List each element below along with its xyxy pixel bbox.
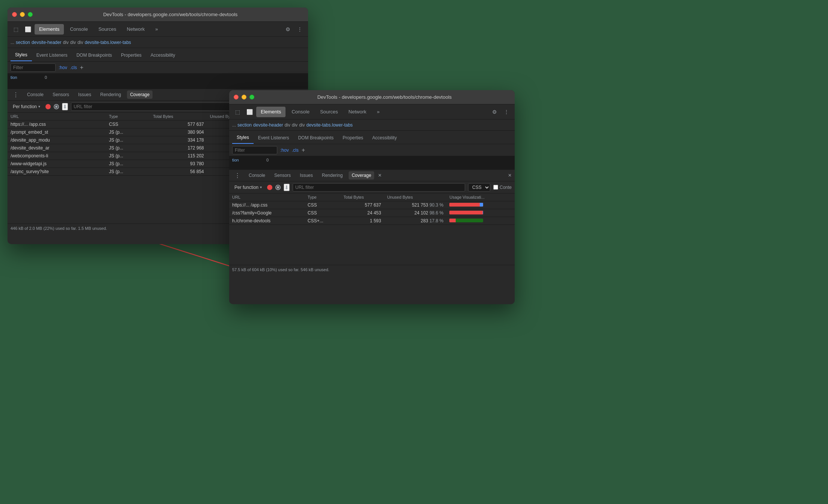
tab-accessibility-2[interactable]: Accessibility	[368, 132, 401, 144]
tab-event-listeners-2[interactable]: Event Listeners	[254, 132, 294, 144]
css-dropdown-2[interactable]: CSS JS All	[468, 183, 490, 192]
status-bar-2: 57.5 kB of 604 kB (10%) used so far. 546…	[229, 265, 515, 274]
bottom-tab-console-1[interactable]: Console	[24, 91, 47, 99]
breadcrumb-section-2[interactable]: section	[237, 122, 252, 128]
inspect-icon[interactable]: ⬚	[11, 24, 21, 35]
close-button-1[interactable]	[12, 12, 17, 17]
bottom-tab-issues-2[interactable]: Issues	[297, 171, 316, 180]
tab-network-2[interactable]: Network	[344, 107, 371, 117]
add-filter-1[interactable]: +	[80, 64, 83, 71]
device-icon-2[interactable]: ⬜	[244, 107, 255, 117]
breadcrumb-div1-1[interactable]: div	[63, 40, 68, 45]
more-icon[interactable]: ⋮	[295, 24, 305, 35]
titlebar-1: DevTools - developers.google.com/web/too…	[8, 8, 308, 22]
cell-url: /devsite_app_modu	[8, 136, 106, 144]
table-row[interactable]: /css?family=Google CSS 24 453 24 102 98.…	[229, 209, 515, 217]
tab-console-1[interactable]: Console	[65, 24, 92, 35]
device-icon[interactable]: ⬜	[23, 24, 33, 35]
tab-dom-breakpoints-1[interactable]: DOM Breakpoints	[72, 49, 116, 61]
status-text-2: 57.5 kB of 604 kB (10%) used so far. 546…	[232, 267, 329, 272]
breadcrumb-div1-2[interactable]: div	[284, 122, 290, 128]
tab-console-2[interactable]: Console	[287, 107, 314, 117]
download-button-1[interactable]: ⬇	[62, 103, 68, 110]
url-filter-input-2[interactable]	[293, 183, 465, 192]
minimize-button-1[interactable]	[20, 12, 25, 17]
breadcrumb-devsite-header-2[interactable]: devsite-header	[253, 122, 283, 128]
tab-styles-2[interactable]: Styles	[232, 132, 254, 144]
minimize-button-2[interactable]	[242, 95, 246, 100]
close-button-2[interactable]	[234, 95, 239, 100]
tab-properties-1[interactable]: Properties	[116, 49, 146, 61]
filter-input-1[interactable]	[11, 63, 56, 72]
devtools-toolbar-1: ⬚ ⬜ Elements Console Sources Network » ⚙…	[8, 22, 308, 37]
bottom-tab-rendering-2[interactable]: Rendering	[319, 171, 346, 180]
breadcrumb-div3-1[interactable]: div	[77, 40, 83, 45]
bottom-panel-close-2[interactable]: ✕	[508, 173, 512, 178]
breadcrumb-section-1[interactable]: section	[16, 40, 30, 45]
table-row[interactable]: h./chrome-devtools CSS+... 1 593 283 17.…	[229, 217, 515, 225]
breadcrumb-devsite-header-1[interactable]: devsite-header	[32, 40, 61, 45]
stop-button-1[interactable]	[54, 104, 59, 109]
add-filter-2[interactable]: +	[302, 147, 305, 154]
tab-event-listeners-1[interactable]: Event Listeners	[32, 49, 72, 61]
more-bottom-icon-1[interactable]: ⋮	[11, 89, 21, 100]
tab-sources-2[interactable]: Sources	[316, 107, 343, 117]
breadcrumb-dots-1: ...	[11, 40, 14, 45]
titlebar-2: DevTools - developers.google.com/web/too…	[229, 90, 515, 104]
tab-sources-1[interactable]: Sources	[94, 24, 121, 35]
breadcrumb-div3-2[interactable]: div	[299, 122, 305, 128]
cell-url: https://... /app.css	[8, 121, 106, 128]
bottom-tab-console-2[interactable]: Console	[246, 171, 268, 180]
bottom-tab-coverage-1[interactable]: Coverage	[127, 91, 153, 99]
cell-type: JS (p...	[106, 168, 150, 176]
tab-more-1[interactable]: »	[151, 24, 162, 35]
bottom-tab-issues-1[interactable]: Issues	[75, 91, 94, 99]
cell-type: JS (p...	[106, 144, 150, 152]
stop-button-2[interactable]	[275, 185, 281, 190]
per-function-label-1: Per function	[13, 104, 37, 109]
cell-type: JS (p...	[106, 152, 150, 160]
breadcrumb-devsite-tabs-2[interactable]: devsite-tabs.lower-tabs	[306, 122, 352, 128]
tab-accessibility-1[interactable]: Accessibility	[146, 49, 180, 61]
breadcrumb-dots-2: ...	[232, 122, 236, 128]
per-function-button-1[interactable]: Per function ▾	[11, 103, 42, 110]
tab-more-2[interactable]: »	[372, 107, 384, 117]
more-bottom-icon-2[interactable]: ⋮	[232, 170, 243, 181]
col-url-1: URL	[8, 113, 106, 121]
record-button-2[interactable]	[267, 185, 272, 190]
maximize-button-1[interactable]	[28, 12, 33, 17]
traffic-lights-1	[12, 12, 33, 17]
tab-dom-breakpoints-2[interactable]: DOM Breakpoints	[293, 132, 338, 144]
record-button-1[interactable]	[45, 104, 51, 109]
cls-tag-2[interactable]: .cls	[292, 148, 299, 153]
col-url-2: URL	[229, 193, 305, 201]
content-check-2[interactable]	[493, 185, 498, 190]
coverage-tab-close-2[interactable]: ✕	[378, 173, 382, 178]
tab-elements-2[interactable]: Elements	[256, 107, 286, 117]
bottom-tab-sensors-2[interactable]: Sensors	[271, 171, 294, 180]
inspect-icon-2[interactable]: ⬚	[232, 107, 243, 117]
bottom-tab-sensors-1[interactable]: Sensors	[50, 91, 72, 99]
breadcrumb-div2-2[interactable]: div	[292, 122, 298, 128]
hov-tag-1[interactable]: :hov	[59, 65, 67, 70]
download-button-2[interactable]: ⬇	[284, 184, 290, 191]
cls-tag-1[interactable]: .cls	[70, 65, 77, 70]
filter-input-2[interactable]	[232, 146, 277, 154]
tab-network-1[interactable]: Network	[122, 24, 150, 35]
breadcrumb-devsite-tabs-1[interactable]: devsite-tabs.lower-tabs	[85, 40, 131, 45]
more-icon-2[interactable]: ⋮	[501, 107, 512, 117]
per-function-button-2[interactable]: Per function ▾	[232, 184, 264, 191]
cell-url: /async_survey?site	[8, 168, 106, 176]
breadcrumb-div2-1[interactable]: div	[70, 40, 76, 45]
settings-icon[interactable]: ⚙	[283, 24, 293, 35]
bottom-tab-coverage-2[interactable]: Coverage	[349, 171, 374, 180]
settings-icon-2[interactable]: ⚙	[489, 107, 500, 117]
table-row[interactable]: https://... /app.css CSS 577 637 521 753…	[229, 201, 515, 209]
hov-tag-2[interactable]: :hov	[280, 148, 289, 153]
tab-styles-1[interactable]: Styles	[11, 49, 32, 61]
cell-total: 577 637	[150, 121, 207, 128]
maximize-button-2[interactable]	[249, 95, 254, 100]
tab-elements-1[interactable]: Elements	[35, 24, 64, 35]
bottom-tab-rendering-1[interactable]: Rendering	[97, 91, 124, 99]
tab-properties-2[interactable]: Properties	[338, 132, 368, 144]
